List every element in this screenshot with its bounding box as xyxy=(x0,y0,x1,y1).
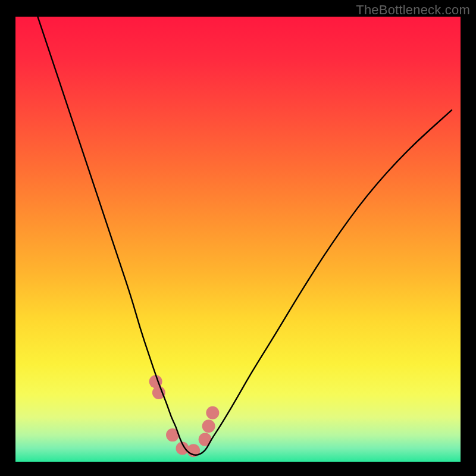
marker-point xyxy=(152,386,165,399)
marker-point xyxy=(202,419,215,433)
chart-frame: TheBottleneck.com xyxy=(0,0,476,476)
plot-area xyxy=(15,17,461,462)
bottleneck-chart xyxy=(15,17,461,462)
marker-point xyxy=(206,406,219,419)
watermark-text: TheBottleneck.com xyxy=(356,2,470,18)
